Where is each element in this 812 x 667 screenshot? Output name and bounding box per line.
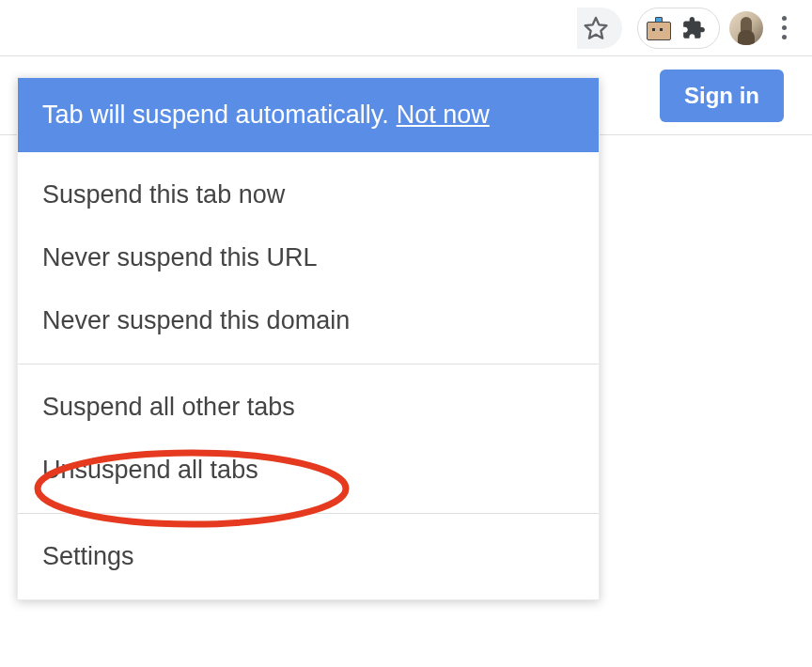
extension-pill[interactable] (637, 8, 720, 49)
more-vert-icon[interactable] (773, 12, 795, 43)
popup-section-2: Suspend all other tabs Unsuspend all tab… (18, 365, 599, 514)
suspend-this-tab-item[interactable]: Suspend this tab now (18, 163, 599, 226)
settings-item[interactable]: Settings (18, 525, 599, 588)
suspend-all-other-item[interactable]: Suspend all other tabs (18, 376, 599, 439)
unsuspend-all-item[interactable]: Unsuspend all tabs (18, 439, 599, 502)
puzzle-piece-icon[interactable] (681, 16, 706, 40)
profile-avatar[interactable] (729, 11, 763, 45)
never-suspend-domain-item[interactable]: Never suspend this domain (18, 289, 599, 352)
bookmark-star-icon[interactable] (583, 15, 609, 41)
not-now-link[interactable]: Not now (397, 101, 490, 130)
popup-header: Tab will suspend automatically. Not now (18, 78, 599, 152)
never-suspend-url-item[interactable]: Never suspend this URL (18, 226, 599, 289)
extension-popup: Tab will suspend automatically. Not now … (17, 77, 600, 600)
svg-marker-0 (586, 17, 607, 38)
suspender-box-icon (646, 15, 672, 41)
address-bar-end (577, 8, 622, 49)
popup-header-text: Tab will suspend automatically. (42, 101, 389, 130)
popup-section-1: Suspend this tab now Never suspend this … (18, 152, 599, 365)
sign-in-button[interactable]: Sign in (660, 70, 784, 122)
browser-toolbar (0, 0, 812, 56)
popup-section-3: Settings (18, 514, 599, 599)
